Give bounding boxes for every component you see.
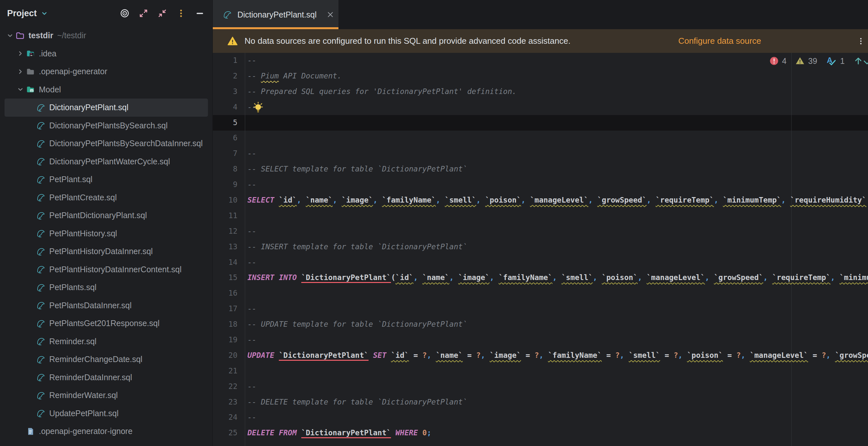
tree-item[interactable]: DictionaryPetPlant.sql [4,98,208,117]
code-token: `DictionaryPetPlant` [279,351,369,359]
code-editor[interactable]: 1234567891011121314151617181920212223242… [213,53,868,446]
tab-dictionarypetplant-sql[interactable]: DictionaryPetPlant.sql [213,0,338,29]
project-panel-title[interactable]: Project [7,8,37,19]
mysql-file-icon [36,282,46,293]
tree-item[interactable]: DictionaryPetPlantsBySearchDataInner.sql [4,135,208,153]
locate-target-icon[interactable] [119,8,130,19]
code-token: UPDATE [247,351,279,359]
chevron-spacer [26,408,36,418]
code-token: API Document. [279,71,342,80]
tree-item-label: ReminderWater.sql [49,391,118,400]
file-icon [25,426,36,437]
more-options-icon[interactable] [854,29,868,53]
chevron-spacer [26,247,36,257]
tree-item[interactable]: PetPlants.sql [4,278,208,297]
tree-item[interactable]: DictionaryPetPlantsBySearch.sql [4,117,208,135]
tree-item[interactable]: PetPlantDictionaryPlant.sql [4,206,208,225]
tree-item[interactable]: ReminderChangeDate.sql [4,350,208,368]
chevron-spacer [26,319,36,328]
mysql-file-icon [36,390,46,400]
code-line [247,208,868,224]
mysql-file-icon [36,210,46,221]
inspections-widget[interactable]: 4 39 A 1 [769,55,864,67]
line-number: 16 [213,286,238,301]
code-token: SELECT [247,196,279,204]
code-token: -- [247,227,256,235]
code-token: , [480,351,490,359]
configure-data-source-link[interactable]: Configure data source [678,36,761,46]
line-number: 2 [213,68,238,84]
tree-item[interactable]: PetPlantCreate.sql [4,189,208,207]
close-icon[interactable] [325,9,336,20]
code-token: , [490,273,499,282]
tree-item[interactable]: PetPlantHistoryDataInner.sql [4,242,208,261]
code-token: `image` [342,196,373,204]
error-count: 4 [782,56,786,66]
tree-item[interactable]: PetPlantsGet201Response.sql [4,315,208,332]
code-token: SET [373,351,391,359]
tree-item[interactable]: .openapi-generator-ignore [4,422,208,441]
code-line: -- [247,224,868,239]
line-number: 1 [213,53,238,68]
tree-item[interactable]: PetPlantHistory.sql [4,225,208,243]
tab-title: DictionaryPetPlant.sql [238,10,317,20]
chevron-right-icon[interactable] [16,49,25,58]
chevron-down-icon[interactable] [5,31,15,40]
code-token: `poison` [602,273,638,282]
gutter-separator [245,53,245,446]
tree-item[interactable]: UpdatePetPlant.sql [4,405,208,423]
code-line: -- Prepared SQL queries for 'DictionaryP… [247,84,868,99]
chevron-right-icon[interactable] [16,67,25,77]
intention-bulb-icon[interactable] [253,101,264,120]
editor-region: DictionaryPetPlant.sql No data sources a… [213,0,868,446]
code-line: DELETE FROM `DictionaryPetPlant` WHERE 0… [247,425,868,441]
tree-item[interactable]: DictionaryPetPlantWaterCycle.sql [4,153,208,171]
chevron-spacer [26,229,36,238]
mysql-file-icon [36,246,46,257]
code-line: -- [247,99,868,115]
tree-item[interactable]: Reminder.sql [4,332,208,351]
tree-item[interactable]: ReminderDataInner.sql [4,368,208,387]
chevron-spacer [26,156,36,166]
editor-tab-bar: DictionaryPetPlant.sql [213,0,868,29]
folder-icon [25,66,36,77]
line-number: 4 [213,99,238,115]
code-token: DELETE FROM [247,428,301,437]
code-token: `poison` [485,196,521,204]
line-number: 25 [213,425,238,441]
code-token: -- INSERT template for table `Dictionary… [247,242,467,251]
code-token: , [427,351,436,359]
tree-item[interactable]: .openapi-generator [4,63,208,81]
code-token: -- [247,180,256,189]
chevron-spacer [26,373,36,382]
code-token: , [373,196,382,204]
chevron-down-icon[interactable] [16,85,25,94]
line-number: 21 [213,363,238,379]
tree-item[interactable]: testdir~/testdir [4,27,208,45]
expand-all-icon[interactable] [138,8,149,19]
code-line: -- [247,410,868,425]
folder-icon [15,30,25,41]
tree-item[interactable]: PetPlantHistoryDataInnerContent.sql [4,261,208,279]
line-number: 12 [213,224,238,239]
code-token: `minimumTemp` [723,196,781,204]
tree-item[interactable]: PetPlant.sql [4,171,208,189]
chevron-down-icon[interactable] [40,9,49,18]
tree-item[interactable]: PetPlantsDataInner.sql [4,297,208,315]
next-problem-icon[interactable] [862,57,868,68]
code-token: , [539,351,548,359]
tree-item[interactable]: ReminderWater.sql [4,386,208,405]
hide-panel-icon[interactable] [194,8,205,19]
tree-item[interactable]: Model [4,81,208,99]
chevron-spacer [16,426,25,436]
code-line [247,363,868,379]
tree-item[interactable]: .idea [4,45,208,63]
code-token: `id` [279,196,297,204]
more-options-icon[interactable] [176,8,187,19]
collapse-all-icon[interactable] [157,8,168,19]
code-token: -- Prepared SQL queries for 'DictionaryP… [247,87,517,96]
line-number: 20 [213,348,238,363]
code-token: `requireTemp` [772,273,831,282]
code-token: , [436,196,445,204]
code-token: WHERE [396,428,422,437]
